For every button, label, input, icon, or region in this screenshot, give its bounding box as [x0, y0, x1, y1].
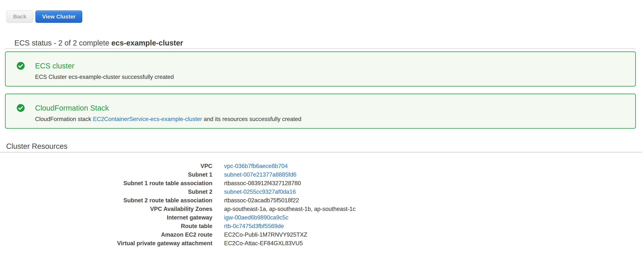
resource-value: igw-00aed6b9890ca9c5c [224, 214, 288, 221]
resource-value: vpc-036b7fb6aece8b704 [224, 163, 288, 170]
resource-label: Route table [0, 223, 212, 230]
success-check-icon [17, 62, 24, 70]
status-description: CloudFormation stack EC2ContainerService… [35, 116, 301, 122]
resource-row: VPC Availability Zones ap-southeast-1a, … [0, 205, 644, 213]
resource-value: ap-southeast-1a, ap-southeast-1b, ap-sou… [224, 206, 356, 212]
resource-label: VPC Availability Zones [0, 206, 212, 212]
status-description-text: ECS Cluster ecs-example-cluster successf… [35, 74, 174, 80]
resource-text: EC2Co-Attac-EF84GXL83VU5 [224, 240, 303, 246]
success-check-icon [17, 104, 24, 112]
resource-text: rtbassoc-083912f4327128780 [224, 180, 301, 186]
resource-row: Subnet 1 subnet-007e21377a8885fd6 [0, 170, 644, 179]
resource-value: EC2Co-Attac-EF84GXL83VU5 [224, 240, 303, 247]
ecs-status-heading-text: ECS status - 2 of 2 complete [14, 39, 111, 47]
resource-text: ap-southeast-1a, ap-southeast-1b, ap-sou… [224, 206, 356, 212]
resource-value: subnet-0255cc9327af0da16 [224, 188, 296, 195]
back-button[interactable]: Back [6, 10, 33, 23]
resource-text: rtbassoc-02acadb75f5018f22 [224, 197, 299, 204]
resource-link[interactable]: subnet-007e21377a8885fd6 [224, 171, 296, 178]
view-cluster-button[interactable]: View Cluster [36, 10, 82, 23]
resource-row: Amazon EC2 route EC2Co-Publi-1M7RNVY925T… [0, 230, 644, 239]
ecs-launch-status-page: Back View Cluster ECS status - 2 of 2 co… [0, 0, 644, 248]
resource-link[interactable]: vpc-036b7fb6aece8b704 [224, 163, 288, 169]
resource-value: rtb-0c7475d3fbf5569de [224, 223, 284, 230]
resource-row: Subnet 1 route table association rtbasso… [0, 179, 644, 188]
resource-row: Subnet 2 subnet-0255cc9327af0da16 [0, 188, 644, 196]
resource-link[interactable]: subnet-0255cc9327af0da16 [224, 188, 296, 195]
resource-row: VPC vpc-036b7fb6aece8b704 [0, 162, 644, 170]
resource-label: Subnet 2 [0, 188, 212, 195]
cluster-resources-heading: Cluster Resources [6, 142, 644, 150]
status-description-text: and its resources successfully created [202, 116, 301, 122]
resource-label: VPC [0, 163, 212, 170]
status-title: ECS cluster [35, 62, 174, 70]
status-description: ECS Cluster ecs-example-cluster successf… [35, 74, 174, 80]
status-description-text: CloudFormation stack [35, 116, 93, 122]
divider [5, 48, 636, 49]
resource-value: rtbassoc-083912f4327128780 [224, 180, 301, 187]
resource-label: Internet gateway [0, 214, 212, 221]
resource-link[interactable]: igw-00aed6b9890ca9c5c [224, 214, 288, 221]
status-text: CloudFormation Stack CloudFormation stac… [35, 104, 301, 122]
status-text: ECS cluster ECS Cluster ecs-example-clus… [35, 61, 174, 80]
resource-label: Virtual private gateway attachment [0, 240, 212, 247]
ecs-status-heading: ECS status - 2 of 2 complete ecs-example… [14, 39, 644, 46]
resource-row: Route table rtb-0c7475d3fbf5569de [0, 222, 644, 230]
cluster-name-text: ecs-example-cluster [111, 39, 183, 47]
status-box-list: ECS cluster ECS Cluster ecs-example-clus… [0, 52, 644, 129]
resource-row: Subnet 2 route table association rtbasso… [0, 196, 644, 205]
resource-label: Amazon EC2 route [0, 232, 212, 238]
resource-value: subnet-007e21377a8885fd6 [224, 171, 296, 178]
resource-row: Internet gateway igw-00aed6b9890ca9c5c [0, 213, 644, 222]
button-bar: Back View Cluster [0, 0, 644, 23]
resource-value: rtbassoc-02acadb75f5018f22 [224, 197, 299, 204]
resource-row: Virtual private gateway attachment EC2Co… [0, 239, 644, 248]
divider [0, 152, 642, 152]
cluster-resources-table: VPC vpc-036b7fb6aece8b704 Subnet 1 subne… [0, 162, 644, 248]
status-box: ECS cluster ECS Cluster ecs-example-clus… [5, 52, 636, 86]
resource-label: Subnet 1 [0, 171, 212, 178]
resource-text: EC2Co-Publi-1M7RNVY925TXZ [224, 232, 307, 238]
cloudformation-stack-link[interactable]: EC2ContainerService-ecs-example-cluster [93, 116, 202, 122]
status-box: CloudFormation Stack CloudFormation stac… [5, 94, 636, 129]
resource-value: EC2Co-Publi-1M7RNVY925TXZ [224, 232, 307, 238]
resource-label: Subnet 1 route table association [0, 180, 212, 187]
status-title: CloudFormation Stack [35, 104, 301, 112]
resource-label: Subnet 2 route table association [0, 197, 212, 204]
resource-link[interactable]: rtb-0c7475d3fbf5569de [224, 223, 284, 229]
